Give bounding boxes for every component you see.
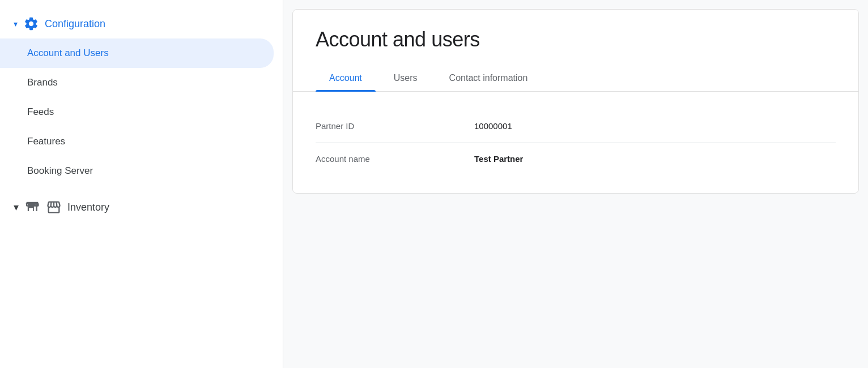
sidebar-item-booking-server[interactable]: Booking Server [0,156,283,186]
partner-id-value: 10000001 [474,121,512,131]
partner-id-row: Partner ID 10000001 [316,110,836,143]
sidebar-item-label: Booking Server [27,165,93,176]
configuration-label: Configuration [45,18,105,30]
tab-account[interactable]: Account [316,65,376,91]
store-icon-2 [46,199,62,215]
gear-icon [23,16,39,32]
content-card: Account and users Account Users Contact … [292,9,859,194]
sidebar-item-brands[interactable]: Brands [0,68,283,97]
inventory-label: Inventory [67,202,109,213]
sidebar-item-features[interactable]: Features [0,127,283,156]
sidebar-item-label: Account and Users [27,48,109,58]
sidebar-item-feeds[interactable]: Feeds [0,97,283,127]
chevron-down-icon: ▾ [14,19,18,28]
partner-id-label: Partner ID [316,121,474,131]
main-content: Account and users Account Users Contact … [283,0,868,368]
tab-contact-information[interactable]: Contact information [436,65,542,91]
tab-users[interactable]: Users [380,65,431,91]
sidebar-item-account-and-users[interactable]: Account and Users [0,38,274,68]
sidebar-item-label: Feeds [27,106,54,117]
inventory-section[interactable]: ▾ Inventory [0,190,283,224]
chevron-down-icon: ▾ [14,201,19,213]
sidebar-item-label: Brands [27,77,58,88]
store-icon [24,199,40,215]
account-name-value: Test Partner [474,154,523,164]
configuration-section[interactable]: ▾ Configuration [0,9,283,38]
account-name-row: Account name Test Partner [316,143,836,175]
tabs-container: Account Users Contact information [293,65,858,92]
sidebar: ▾ Configuration Account and Users Brands… [0,0,283,368]
sidebar-item-label: Features [27,136,65,147]
account-content: Partner ID 10000001 Account name Test Pa… [293,92,858,193]
page-title: Account and users [293,10,858,65]
account-name-label: Account name [316,154,474,164]
